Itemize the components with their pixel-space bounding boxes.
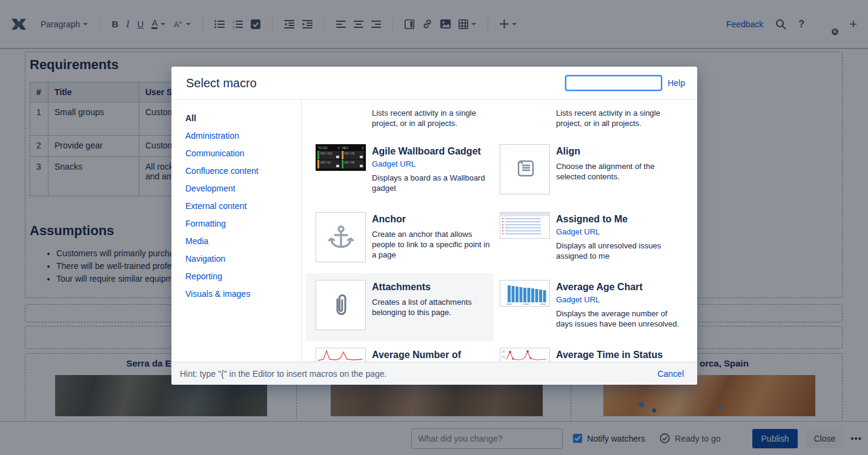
issue-list-thumbnail-icon <box>500 212 550 239</box>
macro-desc: Displays the average number of days issu… <box>556 308 680 329</box>
macro-item-average-number-of[interactable]: Average Number of <box>306 341 494 362</box>
category-all[interactable]: All <box>185 109 301 127</box>
svg-text:15: 15 <box>502 355 505 359</box>
select-macro-dialog: Select macro Help All Administration Com… <box>171 67 697 385</box>
macro-item-align[interactable]: Align Choose the alignment of the select… <box>494 138 697 205</box>
paperclip-icon <box>316 280 366 330</box>
category-media[interactable]: Media <box>185 232 301 250</box>
category-communication[interactable]: Communication <box>185 144 301 162</box>
macro-item-anchor[interactable]: Anchor Create an anchor that allows peop… <box>306 205 494 273</box>
macro-row: Attachments Creates a list of attachment… <box>302 273 697 341</box>
scroll-icon <box>500 144 550 194</box>
dialog-footer: Hint: type "{" in the Editor to insert m… <box>171 362 697 385</box>
macro-title: Average Time in Status <box>556 349 663 361</box>
macro-title: Align <box>556 145 680 158</box>
dialog-help-link[interactable]: Help <box>668 78 685 88</box>
macro-list: Lists recent activity in a single projec… <box>301 100 697 362</box>
macro-row-partial-bottom: Average Number of 20 15 <box>302 341 697 362</box>
macro-search-input[interactable] <box>565 75 662 91</box>
macro-item-attachments[interactable]: Attachments Creates a list of attachment… <box>306 273 494 341</box>
macro-item-average-age-chart[interactable]: Average Age Chart Gadget URL Displays th… <box>494 273 697 341</box>
macro-category-nav: All Administration Communication Conflue… <box>171 100 301 362</box>
macro-title: Attachments <box>372 281 490 293</box>
line-chart-dots-thumbnail-icon: 20 15 <box>500 348 550 362</box>
macro-title: Average Age Chart <box>556 281 680 293</box>
macro-desc: Lists recent activity in a single projec… <box>556 108 680 128</box>
macro-title: Assigned to Me <box>556 213 680 225</box>
macro-item-agile-wallboard-gadget[interactable]: TO DO3 KEY-423 KEY-92 DEV2 KEY-99 KEY-99 <box>306 138 494 205</box>
macro-item-average-time-in-status[interactable]: 20 15 Average Time in Status <box>494 341 697 362</box>
macro-desc: Lists recent activity in a single projec… <box>372 108 490 128</box>
confluence-editor: Paragraph B I U A Aa 12 <box>0 0 868 455</box>
macro-row: Anchor Create an anchor that allows peop… <box>302 205 697 273</box>
dialog-header: Select macro Help <box>171 67 697 100</box>
macro-desc: Create an anchor that allows people to l… <box>372 229 490 260</box>
macro-item-partial[interactable]: Lists recent activity in a single projec… <box>306 100 494 138</box>
macro-title: Anchor <box>372 213 490 225</box>
bar-chart-thumbnail-icon <box>500 280 550 307</box>
macro-item-assigned-to-me[interactable]: Assigned to Me Gadget URL Displays all u… <box>494 205 697 273</box>
category-external-content[interactable]: External content <box>185 197 301 214</box>
gadget-url-link[interactable]: Gadget URL <box>556 294 680 305</box>
macro-row-partial: Lists recent activity in a single projec… <box>302 100 697 138</box>
category-navigation[interactable]: Navigation <box>185 250 301 267</box>
macro-desc: Choose the alignment of the selected con… <box>556 161 680 182</box>
gadget-url-link[interactable]: Gadget URL <box>372 159 490 169</box>
category-formatting[interactable]: Formatting <box>185 214 301 232</box>
category-administration[interactable]: Administration <box>185 127 301 144</box>
line-chart-thumbnail-icon <box>316 348 366 362</box>
macro-desc: Displays a board as a Wallboard gadget <box>372 173 490 193</box>
agile-wallboard-thumbnail-icon: TO DO3 KEY-423 KEY-92 DEV2 KEY-99 KEY-99 <box>316 144 366 171</box>
dialog-body: All Administration Communication Conflue… <box>171 100 697 362</box>
macro-desc: Creates a list of attachments belonging … <box>372 297 490 317</box>
svg-text:20: 20 <box>502 350 505 353</box>
gadget-url-link[interactable]: Gadget URL <box>556 227 680 237</box>
category-visuals-images[interactable]: Visuals & images <box>185 285 301 302</box>
anchor-icon <box>316 212 366 262</box>
dialog-title: Select macro <box>186 76 257 90</box>
category-reporting[interactable]: Reporting <box>185 267 301 285</box>
macro-hint-text: Hint: type "{" in the Editor to insert m… <box>180 369 386 379</box>
macro-desc: Displays all unresolved issues assigned … <box>556 241 680 261</box>
cancel-link[interactable]: Cancel <box>657 369 684 379</box>
category-development[interactable]: Development <box>185 179 301 197</box>
macro-item-partial[interactable]: Lists recent activity in a single projec… <box>494 100 697 138</box>
macro-title: Agile Wallboard Gadget <box>372 145 490 158</box>
macro-row: TO DO3 KEY-423 KEY-92 DEV2 KEY-99 KEY-99 <box>302 138 697 205</box>
macro-title: Average Number of <box>372 349 461 361</box>
category-confluence-content[interactable]: Confluence content <box>185 162 301 179</box>
